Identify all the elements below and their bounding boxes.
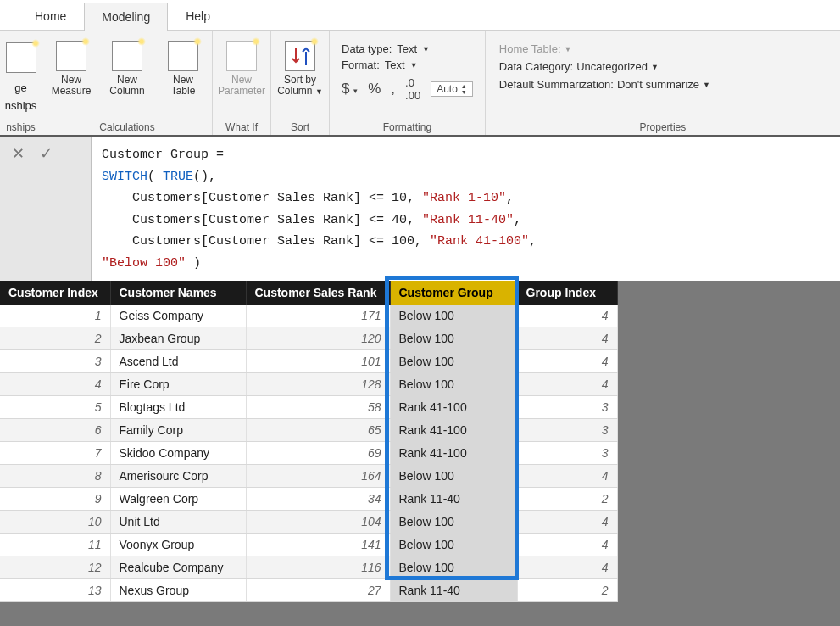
cell-rank[interactable]: 69 bbox=[246, 442, 390, 465]
currency-button[interactable]: $ ▾ bbox=[342, 81, 358, 98]
cell-name[interactable]: Skidoo Company bbox=[110, 442, 246, 465]
cell-name[interactable]: Realcube Company bbox=[110, 556, 246, 579]
percent-button[interactable]: % bbox=[368, 81, 381, 98]
table-row[interactable]: 5Blogtags Ltd58Rank 41-1003 bbox=[0, 396, 617, 419]
cell-name[interactable]: Blogtags Ltd bbox=[110, 396, 246, 419]
cell-rank[interactable]: 34 bbox=[246, 488, 390, 511]
cell-index[interactable]: 3 bbox=[0, 350, 110, 373]
cell-group[interactable]: Rank 41-100 bbox=[390, 419, 517, 442]
cell-name[interactable]: Geiss Company bbox=[110, 305, 246, 327]
cell-group[interactable]: Below 100 bbox=[390, 373, 517, 396]
table-row[interactable]: 3Ascend Ltd101Below 1004 bbox=[0, 350, 617, 373]
cell-group-index[interactable]: 4 bbox=[517, 465, 617, 488]
cell-group[interactable]: Below 100 bbox=[390, 465, 517, 488]
tab-home[interactable]: Home bbox=[17, 2, 84, 30]
new-column-button[interactable]: New Column bbox=[102, 39, 153, 97]
cell-name[interactable]: Walgreen Corp bbox=[110, 488, 246, 511]
cell-index[interactable]: 11 bbox=[0, 534, 110, 556]
cell-rank[interactable]: 120 bbox=[246, 327, 390, 350]
cell-index[interactable]: 13 bbox=[0, 579, 110, 602]
cell-group-index[interactable]: 3 bbox=[517, 419, 617, 442]
cell-index[interactable]: 4 bbox=[0, 373, 110, 396]
cell-rank[interactable]: 58 bbox=[246, 396, 390, 419]
cell-rank[interactable]: 27 bbox=[246, 579, 390, 602]
cell-name[interactable]: Ascend Ltd bbox=[110, 350, 246, 373]
cell-group[interactable]: Below 100 bbox=[390, 350, 517, 373]
cell-group-index[interactable]: 4 bbox=[517, 327, 617, 350]
table-row[interactable]: 13Nexus Group27Rank 11-402 bbox=[0, 579, 617, 602]
cell-index[interactable]: 1 bbox=[0, 305, 110, 327]
cell-name[interactable]: Voonyx Group bbox=[110, 534, 246, 556]
format-dropdown[interactable]: Format: Text ▼ bbox=[342, 59, 473, 71]
header-customer-index[interactable]: Customer Index bbox=[0, 281, 110, 305]
cell-name[interactable]: Nexus Group bbox=[110, 579, 246, 602]
tab-modeling[interactable]: Modeling bbox=[84, 3, 168, 31]
cell-group[interactable]: Rank 11-40 bbox=[390, 579, 517, 602]
decimals-button[interactable]: .0.00 bbox=[405, 76, 420, 102]
table-row[interactable]: 1Geiss Company171Below 1004 bbox=[0, 305, 617, 327]
cell-rank[interactable]: 116 bbox=[246, 556, 390, 579]
new-table-button[interactable]: New Table bbox=[158, 39, 209, 97]
commit-formula-icon[interactable]: ✓ bbox=[40, 144, 53, 163]
header-group-index[interactable]: Group Index bbox=[517, 281, 617, 305]
cell-index[interactable]: 9 bbox=[0, 488, 110, 511]
cell-group-index[interactable]: 3 bbox=[517, 396, 617, 419]
data-category-dropdown[interactable]: Data Category: Uncategorized ▼ bbox=[499, 60, 710, 73]
table-row[interactable]: 11Voonyx Group141Below 1004 bbox=[0, 534, 617, 556]
new-measure-button[interactable]: New Measure bbox=[46, 39, 97, 97]
cell-group[interactable]: Below 100 bbox=[390, 556, 517, 579]
cell-name[interactable]: Unit Ltd bbox=[110, 511, 246, 534]
cell-rank[interactable]: 128 bbox=[246, 373, 390, 396]
cell-group[interactable]: Below 100 bbox=[390, 511, 517, 534]
cell-group-index[interactable]: 2 bbox=[517, 579, 617, 602]
cell-rank[interactable]: 65 bbox=[246, 419, 390, 442]
new-parameter-button[interactable]: New Parameter bbox=[216, 39, 267, 97]
cell-group[interactable]: Rank 41-100 bbox=[390, 442, 517, 465]
header-customer-names[interactable]: Customer Names bbox=[110, 281, 246, 305]
cell-group-index[interactable]: 2 bbox=[517, 488, 617, 511]
header-customer-group[interactable]: Customer Group bbox=[390, 281, 517, 305]
table-row[interactable]: 12Realcube Company116Below 1004 bbox=[0, 556, 617, 579]
cell-name[interactable]: Eire Corp bbox=[110, 373, 246, 396]
cell-index[interactable]: 5 bbox=[0, 396, 110, 419]
cell-name[interactable]: Family Corp bbox=[110, 419, 246, 442]
cell-group-index[interactable]: 4 bbox=[517, 534, 617, 556]
cell-index[interactable]: 10 bbox=[0, 511, 110, 534]
cell-group[interactable]: Rank 41-100 bbox=[390, 396, 517, 419]
cell-group-index[interactable]: 3 bbox=[517, 442, 617, 465]
data-type-dropdown[interactable]: Data type: Text ▼ bbox=[342, 42, 473, 55]
cell-index[interactable]: 8 bbox=[0, 465, 110, 488]
cell-index[interactable]: 2 bbox=[0, 327, 110, 350]
cell-rank[interactable]: 141 bbox=[246, 534, 390, 556]
table-row[interactable]: 9Walgreen Corp34Rank 11-402 bbox=[0, 488, 617, 511]
cell-group-index[interactable]: 4 bbox=[517, 350, 617, 373]
cell-group[interactable]: Rank 11-40 bbox=[390, 488, 517, 511]
cell-group-index[interactable]: 4 bbox=[517, 305, 617, 327]
data-grid[interactable]: Customer Index Customer Names Customer S… bbox=[0, 281, 618, 602]
table-row[interactable]: 10Unit Ltd104Below 1004 bbox=[0, 511, 617, 534]
decimal-places-stepper[interactable]: Auto ▲▼ bbox=[431, 81, 473, 97]
cell-name[interactable]: Amerisourc Corp bbox=[110, 465, 246, 488]
cell-group[interactable]: Below 100 bbox=[390, 305, 517, 327]
cell-group[interactable]: Below 100 bbox=[390, 327, 517, 350]
cancel-formula-icon[interactable]: ✕ bbox=[12, 144, 25, 163]
header-customer-sales-rank[interactable]: Customer Sales Rank bbox=[246, 281, 390, 305]
table-row[interactable]: 6Family Corp65Rank 41-1003 bbox=[0, 419, 617, 442]
cell-name[interactable]: Jaxbean Group bbox=[110, 327, 246, 350]
cell-group[interactable]: Below 100 bbox=[390, 534, 517, 556]
default-summarization-dropdown[interactable]: Default Summarization: Don't summarize ▼ bbox=[499, 78, 710, 91]
sort-by-column-button[interactable]: Sort by Column ▼ bbox=[275, 39, 325, 97]
cell-index[interactable]: 7 bbox=[0, 442, 110, 465]
cell-rank[interactable]: 101 bbox=[246, 350, 390, 373]
cell-rank[interactable]: 104 bbox=[246, 511, 390, 534]
home-table-dropdown[interactable]: Home Table: ▼ bbox=[499, 42, 710, 55]
table-row[interactable]: 8Amerisourc Corp164Below 1004 bbox=[0, 465, 617, 488]
cell-index[interactable]: 12 bbox=[0, 556, 110, 579]
table-row[interactable]: 7Skidoo Company69Rank 41-1003 bbox=[0, 442, 617, 465]
cell-index[interactable]: 6 bbox=[0, 419, 110, 442]
tab-help[interactable]: Help bbox=[168, 2, 228, 30]
cell-group-index[interactable]: 4 bbox=[517, 556, 617, 579]
table-row[interactable]: 2Jaxbean Group120Below 1004 bbox=[0, 327, 617, 350]
cell-group-index[interactable]: 4 bbox=[517, 511, 617, 534]
cell-group-index[interactable]: 4 bbox=[517, 373, 617, 396]
